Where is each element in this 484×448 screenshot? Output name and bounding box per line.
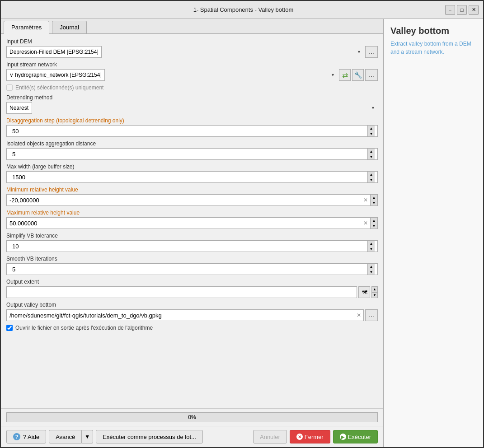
- output-valley-row: /home/sdunesme/git/fct-qgis/tutorials/de…: [6, 309, 378, 321]
- field-max-width: Max width (large buffer size) 1500 ▲ ▼: [6, 163, 378, 183]
- progress-area: 0%: [1, 408, 383, 426]
- simplify-up[interactable]: ▲: [367, 241, 375, 246]
- input-stream-select[interactable]: ∨ hydrographic_network [EPSG:2154]: [6, 69, 105, 81]
- output-valley-browse-button[interactable]: …: [365, 309, 378, 321]
- max-height-row: 50,000000 ✕ ▲ ▼: [6, 217, 378, 229]
- output-extent-input[interactable]: 899537.5000,979912.5000,6417662.5000,646…: [6, 286, 357, 298]
- main-window: 1- Spatial Components - Valley bottom − …: [0, 0, 484, 448]
- avance-dropdown-button[interactable]: ▼: [82, 430, 93, 443]
- min-height-label: Minimum relative height value: [6, 187, 378, 193]
- input-dem-label: Input DEM: [6, 38, 378, 45]
- right-panel-title: Valley bottom: [390, 26, 476, 36]
- isolated-down[interactable]: ▼: [367, 154, 375, 159]
- output-extent-row: 899537.5000,979912.5000,6417662.5000,646…: [6, 286, 378, 298]
- tab-journal[interactable]: Journal: [52, 21, 87, 33]
- max-height-up[interactable]: ▲: [370, 218, 377, 223]
- output-extent-down[interactable]: ▼: [371, 293, 378, 299]
- fermer-button[interactable]: ✕ Fermer: [290, 430, 330, 443]
- isolated-input: 5 ▲ ▼: [6, 148, 378, 160]
- disaggregation-label: Disaggregation step (topological detrend…: [6, 117, 378, 124]
- smooth-input: 5 ▲ ▼: [6, 263, 378, 275]
- isolated-up[interactable]: ▲: [367, 149, 375, 154]
- min-height-up[interactable]: ▲: [370, 195, 377, 200]
- window-title: 1- Spatial Components - Valley bottom: [42, 6, 445, 13]
- disaggregation-spinners: ▲ ▼: [367, 126, 375, 136]
- minimize-button[interactable]: −: [445, 5, 455, 15]
- min-height-row: -20,000000 ✕ ▲ ▼: [6, 194, 378, 206]
- detrending-select[interactable]: Nearest: [6, 102, 32, 114]
- bottom-left-buttons: ? ? Aide Avancé ▼ Exécuter comme process…: [6, 430, 203, 443]
- smooth-up[interactable]: ▲: [367, 264, 375, 269]
- max-height-label: Maximum relative height value: [6, 210, 378, 216]
- field-output-extent: Output extent 899537.5000,979912.5000,64…: [6, 279, 378, 298]
- field-min-height: Minimum relative height value -20,000000…: [6, 187, 378, 206]
- fermer-icon: ✕: [296, 434, 303, 440]
- left-panel: Paramètres Journal Input DEM Depression-…: [1, 19, 384, 447]
- input-stream-label: Input stream network: [6, 61, 378, 68]
- disaggregation-up[interactable]: ▲: [367, 126, 375, 131]
- max-height-value: 50,000000: [7, 220, 361, 227]
- progress-bar: 0%: [6, 412, 378, 422]
- max-height-clear-button[interactable]: ✕: [361, 219, 370, 228]
- maximize-button[interactable]: □: [457, 5, 467, 15]
- annuler-button[interactable]: Annuler: [253, 430, 287, 443]
- input-stream-browse-button[interactable]: …: [365, 69, 378, 81]
- max-width-up[interactable]: ▲: [367, 172, 375, 177]
- field-input-dem: Input DEM Depression-Filled DEM [EPSG:21…: [6, 38, 378, 58]
- output-valley-clear-button[interactable]: ✕: [354, 311, 363, 320]
- tab-parametres[interactable]: Paramètres: [4, 21, 49, 34]
- min-height-down[interactable]: ▼: [370, 200, 377, 205]
- input-dem-browse-button[interactable]: …: [365, 46, 378, 58]
- disaggregation-row: 50 ▲ ▼: [6, 125, 378, 137]
- tab-bar: Paramètres Journal: [1, 19, 383, 34]
- help-icon: ?: [13, 433, 20, 440]
- smooth-label: Smooth VB iterations: [6, 256, 378, 262]
- input-dem-select[interactable]: Depression-Filled DEM [EPSG:2154]: [6, 46, 102, 58]
- max-height-down[interactable]: ▼: [370, 223, 377, 229]
- smooth-row: 5 ▲ ▼: [6, 263, 378, 275]
- field-max-height: Maximum relative height value 50,000000 …: [6, 210, 378, 229]
- max-width-row: 1500 ▲ ▼: [6, 171, 378, 183]
- output-extent-up[interactable]: ▲: [371, 286, 378, 293]
- bottom-right-buttons: Annuler ✕ Fermer ▶ Exécuter: [253, 430, 378, 443]
- right-panel-description: Extract valley bottom from a DEM and a s…: [390, 40, 476, 56]
- main-content: Paramètres Journal Input DEM Depression-…: [1, 19, 483, 447]
- field-output-valley: Output valley bottom /home/sdunesme/git/…: [6, 302, 378, 321]
- aide-button[interactable]: ? ? Aide: [6, 430, 46, 443]
- input-dem-row: Depression-Filled DEM [EPSG:2154] …: [6, 46, 378, 58]
- max-width-label: Max width (large buffer size): [6, 163, 378, 170]
- window-controls: − □ ✕: [445, 5, 479, 15]
- output-valley-value: /home/sdunesme/git/fct-qgis/tutorials/de…: [7, 312, 354, 319]
- close-button[interactable]: ✕: [469, 5, 479, 15]
- executer-button[interactable]: ▶ Exécuter: [333, 430, 378, 443]
- max-width-input: 1500 ▲ ▼: [6, 171, 378, 183]
- disaggregation-input: 50 ▲ ▼: [6, 125, 378, 137]
- simplify-down[interactable]: ▼: [367, 246, 375, 252]
- avance-group: Avancé ▼: [49, 430, 93, 443]
- output-valley-input-wrapper: /home/sdunesme/git/fct-qgis/tutorials/de…: [6, 309, 364, 321]
- output-extent-map-button[interactable]: 🗺: [358, 286, 370, 298]
- progress-text: 0%: [188, 414, 196, 420]
- input-stream-tool-button[interactable]: 🔧: [352, 69, 364, 81]
- open-after-row: Ouvrir le fichier en sortie après l'exéc…: [6, 325, 378, 331]
- output-valley-label: Output valley bottom: [6, 302, 378, 308]
- max-height-input: 50,000000 ✕ ▲ ▼: [6, 217, 378, 229]
- max-width-down[interactable]: ▼: [367, 177, 375, 182]
- entities-checkbox[interactable]: [6, 84, 13, 91]
- input-stream-link-button[interactable]: ⇄: [339, 69, 351, 81]
- entities-checkbox-row: Entité(s) sélectionnée(s) uniquement: [6, 84, 378, 91]
- isolated-label: Isolated objects aggregation distance: [6, 140, 378, 147]
- output-extent-arrow: ▲ ▼: [371, 286, 378, 298]
- bottom-bar: ? ? Aide Avancé ▼ Exécuter comme process…: [1, 426, 383, 447]
- disaggregation-down[interactable]: ▼: [367, 131, 375, 136]
- field-input-stream: Input stream network ∨ hydrographic_netw…: [6, 61, 378, 81]
- smooth-down[interactable]: ▼: [367, 269, 375, 275]
- simplify-row: 10 ▲ ▼: [6, 240, 378, 252]
- min-height-clear-button[interactable]: ✕: [361, 196, 370, 205]
- input-stream-row: ∨ hydrographic_network [EPSG:2154] ⇄ 🔧 …: [6, 69, 378, 81]
- executer-lot-button[interactable]: Exécuter comme processus de lot...: [96, 430, 203, 443]
- avance-button[interactable]: Avancé: [49, 430, 82, 443]
- open-after-label: Ouvrir le fichier en sortie après l'exéc…: [15, 325, 153, 331]
- right-panel: Valley bottom Extract valley bottom from…: [384, 19, 483, 447]
- open-after-checkbox[interactable]: [6, 325, 13, 331]
